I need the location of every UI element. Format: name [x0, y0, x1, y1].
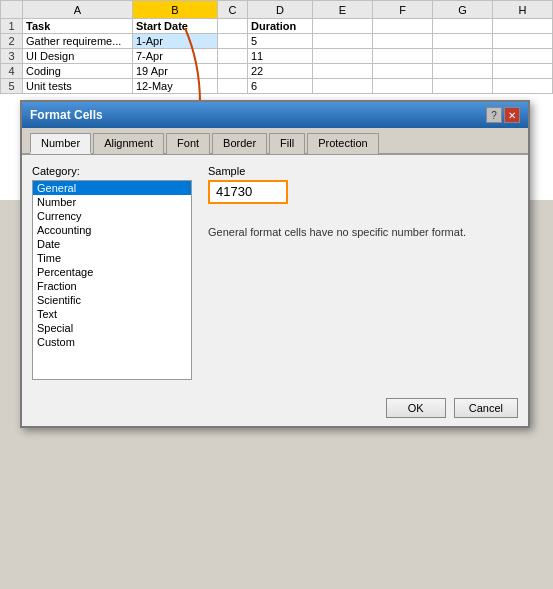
dialog-controls: ? ✕	[486, 107, 520, 123]
col-header-g[interactable]: G	[433, 1, 493, 19]
cell-b1[interactable]: Start Date	[133, 19, 218, 34]
sample-box: 41730	[208, 180, 288, 204]
col-header-e[interactable]: E	[313, 1, 373, 19]
cell-b2[interactable]: 1-Apr	[133, 34, 218, 49]
dialog-content: Category: General Number Currency Accoun…	[22, 155, 528, 390]
cell-a3[interactable]: UI Design	[23, 49, 133, 64]
category-item-fraction[interactable]: Fraction	[33, 279, 191, 293]
row-4-header: 4	[1, 64, 23, 79]
cell-c2[interactable]	[218, 34, 248, 49]
cell-f2[interactable]	[373, 34, 433, 49]
category-item-scientific[interactable]: Scientific	[33, 293, 191, 307]
cell-f4[interactable]	[373, 64, 433, 79]
tab-border[interactable]: Border	[212, 133, 267, 154]
cell-e5[interactable]	[313, 79, 373, 94]
category-item-special[interactable]: Special	[33, 321, 191, 335]
cell-d1[interactable]: Duration	[248, 19, 313, 34]
col-header-row	[1, 1, 23, 19]
category-item-general[interactable]: General	[33, 181, 191, 195]
dialog-titlebar: Format Cells ? ✕	[22, 102, 528, 128]
cell-c3[interactable]	[218, 49, 248, 64]
cell-g1[interactable]	[433, 19, 493, 34]
tab-font[interactable]: Font	[166, 133, 210, 154]
cell-e2[interactable]	[313, 34, 373, 49]
row-2-header: 2	[1, 34, 23, 49]
cell-e1[interactable]	[313, 19, 373, 34]
cell-c1[interactable]	[218, 19, 248, 34]
category-item-text[interactable]: Text	[33, 307, 191, 321]
cell-c5[interactable]	[218, 79, 248, 94]
cell-b3[interactable]: 7-Apr	[133, 49, 218, 64]
category-item-percentage[interactable]: Percentage	[33, 265, 191, 279]
cell-b4[interactable]: 19 Apr	[133, 64, 218, 79]
cell-d2[interactable]: 5	[248, 34, 313, 49]
tab-number[interactable]: Number	[30, 133, 91, 154]
category-label: Category:	[32, 165, 192, 177]
cell-h4[interactable]	[493, 64, 553, 79]
category-item-currency[interactable]: Currency	[33, 209, 191, 223]
cell-d5[interactable]: 6	[248, 79, 313, 94]
cell-a2[interactable]: Gather requireme...	[23, 34, 133, 49]
cell-h1[interactable]	[493, 19, 553, 34]
cell-e3[interactable]	[313, 49, 373, 64]
col-header-a[interactable]: A	[23, 1, 133, 19]
cell-f3[interactable]	[373, 49, 433, 64]
cell-h5[interactable]	[493, 79, 553, 94]
tab-protection[interactable]: Protection	[307, 133, 379, 154]
cell-c4[interactable]	[218, 64, 248, 79]
cell-b5[interactable]: 12-May	[133, 79, 218, 94]
category-section: Category: General Number Currency Accoun…	[32, 165, 192, 380]
cancel-button[interactable]: Cancel	[454, 398, 518, 418]
cell-g2[interactable]	[433, 34, 493, 49]
tab-alignment[interactable]: Alignment	[93, 133, 164, 154]
format-cells-dialog: Format Cells ? ✕ Number Alignment Font B…	[20, 100, 530, 428]
cell-d4[interactable]: 22	[248, 64, 313, 79]
cell-d3[interactable]: 11	[248, 49, 313, 64]
cell-a5[interactable]: Unit tests	[23, 79, 133, 94]
cell-h2[interactable]	[493, 34, 553, 49]
dialog-help-button[interactable]: ?	[486, 107, 502, 123]
category-item-custom[interactable]: Custom	[33, 335, 191, 349]
tabs-container: Number Alignment Font Border Fill Protec…	[22, 128, 528, 155]
dialog-close-button[interactable]: ✕	[504, 107, 520, 123]
right-panel: Sample 41730 General format cells have n…	[208, 165, 518, 380]
sample-label: Sample	[208, 165, 518, 177]
tab-fill[interactable]: Fill	[269, 133, 305, 154]
dialog-footer: OK Cancel	[22, 390, 528, 426]
row-3-header: 3	[1, 49, 23, 64]
col-header-f[interactable]: F	[373, 1, 433, 19]
row-1-header: 1	[1, 19, 23, 34]
dialog-title: Format Cells	[30, 108, 103, 122]
cell-a1[interactable]: Task	[23, 19, 133, 34]
cell-a4[interactable]: Coding	[23, 64, 133, 79]
cell-g4[interactable]	[433, 64, 493, 79]
cell-g5[interactable]	[433, 79, 493, 94]
col-header-d[interactable]: D	[248, 1, 313, 19]
category-item-accounting[interactable]: Accounting	[33, 223, 191, 237]
cell-f5[interactable]	[373, 79, 433, 94]
cell-f1[interactable]	[373, 19, 433, 34]
row-5-header: 5	[1, 79, 23, 94]
category-list[interactable]: General Number Currency Accounting Date …	[32, 180, 192, 380]
format-description: General format cells have no specific nu…	[208, 226, 518, 238]
col-header-h[interactable]: H	[493, 1, 553, 19]
cell-h3[interactable]	[493, 49, 553, 64]
category-item-date[interactable]: Date	[33, 237, 191, 251]
ok-button[interactable]: OK	[386, 398, 446, 418]
category-item-number[interactable]: Number	[33, 195, 191, 209]
col-header-b[interactable]: B	[133, 1, 218, 19]
cell-e4[interactable]	[313, 64, 373, 79]
dialog-body: Category: General Number Currency Accoun…	[32, 165, 518, 380]
category-item-time[interactable]: Time	[33, 251, 191, 265]
col-header-c[interactable]: C	[218, 1, 248, 19]
cell-g3[interactable]	[433, 49, 493, 64]
